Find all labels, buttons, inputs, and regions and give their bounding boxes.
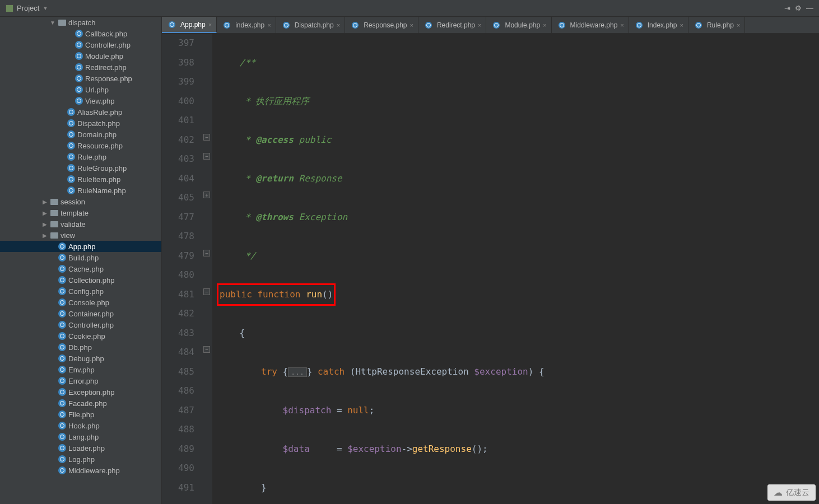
code-content[interactable]: /** * 执行应用程序 * @access public * @return … <box>212 34 687 504</box>
close-icon[interactable]: × <box>478 22 481 29</box>
file-item[interactable]: Domain.php <box>0 129 161 140</box>
hide-icon[interactable]: — <box>806 4 813 12</box>
file-item[interactable]: Controller.php <box>0 39 161 50</box>
fold-marker-icon[interactable]: − <box>203 288 210 295</box>
folder-session[interactable]: ▶ session <box>0 196 161 207</box>
file-item[interactable]: View.php <box>0 95 161 106</box>
file-label: Hook.php <box>68 422 100 430</box>
fold-ellipsis[interactable]: ... <box>288 367 306 377</box>
file-item[interactable]: Url.php <box>0 84 161 95</box>
file-label: Db.php <box>68 343 92 352</box>
file-item[interactable]: Db.php <box>0 342 161 353</box>
file-item[interactable]: Facade.php <box>0 398 161 409</box>
close-icon[interactable]: × <box>410 22 413 29</box>
close-icon[interactable]: × <box>737 22 740 29</box>
php-icon <box>58 466 66 474</box>
file-item[interactable]: Resource.php <box>0 140 161 151</box>
file-item[interactable]: Hook.php <box>0 420 161 431</box>
file-item[interactable]: AliasRule.php <box>0 106 161 118</box>
close-icon[interactable]: × <box>680 22 683 29</box>
file-item[interactable]: Middleware.php <box>0 465 161 476</box>
php-icon <box>58 410 66 418</box>
file-item[interactable]: Config.php <box>0 286 161 297</box>
php-icon <box>58 444 66 452</box>
folder-dispatch[interactable]: ▼ dispatch <box>0 17 161 28</box>
file-item[interactable]: Rule.php <box>0 151 161 162</box>
project-selector[interactable]: Project ▼ <box>0 0 53 16</box>
line-number: 403 <box>165 150 194 169</box>
file-item[interactable]: RuleName.php <box>0 185 161 196</box>
editor-tab[interactable]: Module.php × <box>486 17 551 33</box>
editor-tab[interactable]: Redirect.php × <box>418 17 486 33</box>
folder-template[interactable]: ▶ template <box>0 207 161 218</box>
file-label: Collection.php <box>68 276 114 284</box>
file-item[interactable]: Module.php <box>0 50 161 62</box>
editor-tab[interactable]: Dispatch.php × <box>276 17 345 33</box>
fold-marker-icon[interactable]: − <box>203 346 210 353</box>
file-item[interactable]: Lang.php <box>0 431 161 442</box>
file-item[interactable]: Exception.php <box>0 386 161 398</box>
file-item[interactable]: App.php <box>0 241 161 252</box>
folder-view[interactable]: ▶ view <box>0 230 161 241</box>
php-icon <box>58 366 66 374</box>
file-item[interactable]: Env.php <box>0 364 161 375</box>
file-item[interactable]: Cookie.php <box>0 330 161 342</box>
close-icon[interactable]: × <box>337 22 340 29</box>
file-item[interactable]: Error.php <box>0 375 161 386</box>
fold-expand-icon[interactable]: + <box>203 192 210 198</box>
close-icon[interactable]: × <box>208 21 212 28</box>
file-label: Log.php <box>68 455 95 464</box>
code-token: = <box>331 405 347 416</box>
editor-tab[interactable]: Response.php × <box>345 17 418 33</box>
editor-tab[interactable]: index.php × <box>217 17 276 33</box>
file-item[interactable]: Build.php <box>0 252 161 263</box>
file-item[interactable]: RuleItem.php <box>0 174 161 185</box>
file-item[interactable]: RuleGroup.php <box>0 162 161 174</box>
php-icon <box>224 22 230 29</box>
fold-marker-icon[interactable]: − <box>203 134 210 141</box>
editor-tab[interactable]: Middleware.php × <box>552 17 629 33</box>
folder-validate[interactable]: ▶ validate <box>0 218 161 230</box>
editor-tab[interactable]: Rule.php × <box>688 17 745 33</box>
editor-tab[interactable]: App.php × <box>162 17 217 33</box>
highlight-box: public function run() <box>217 283 336 306</box>
code-editor[interactable]: 3973983994004014024034044054774784794804… <box>162 34 819 504</box>
file-item[interactable]: Loader.php <box>0 442 161 454</box>
php-icon <box>67 119 75 127</box>
file-item[interactable]: Container.php <box>0 308 161 319</box>
file-label: Console.php <box>68 298 109 307</box>
file-item[interactable]: File.php <box>0 409 161 420</box>
file-item[interactable]: Cache.php <box>0 263 161 274</box>
collapse-icon[interactable]: ⇥ <box>784 4 790 12</box>
code-token: getResponse <box>412 444 472 454</box>
line-number: 490 <box>165 459 194 478</box>
folder-label: template <box>61 209 89 217</box>
folder-icon <box>58 20 66 26</box>
code-token: @return <box>255 173 293 184</box>
project-icon <box>6 4 13 12</box>
file-item[interactable]: Console.php <box>0 297 161 308</box>
file-item[interactable]: Response.php <box>0 73 161 84</box>
file-item[interactable]: Controller.php <box>0 319 161 330</box>
fold-marker-icon[interactable]: − <box>203 250 210 256</box>
file-item[interactable]: Dispatch.php <box>0 118 161 129</box>
close-icon[interactable]: × <box>543 22 546 29</box>
line-number: 401 <box>165 111 194 130</box>
fold-marker-icon[interactable]: − <box>203 153 210 160</box>
file-item[interactable]: Log.php <box>0 454 161 465</box>
php-icon <box>58 354 66 362</box>
chevron-right-icon: ▶ <box>41 221 48 227</box>
editor-tab[interactable]: Index.php × <box>629 17 688 33</box>
php-icon <box>75 86 83 94</box>
file-item[interactable]: Collection.php <box>0 274 161 286</box>
php-icon <box>67 175 75 183</box>
project-tree[interactable]: ▼ dispatch Callback.php Controller.php M… <box>0 17 162 504</box>
file-item[interactable]: Redirect.php <box>0 62 161 73</box>
file-item[interactable]: Debug.php <box>0 353 161 364</box>
file-item[interactable]: Callback.php <box>0 28 161 39</box>
file-label: View.php <box>85 97 115 105</box>
close-icon[interactable]: × <box>267 22 271 29</box>
close-icon[interactable]: × <box>620 22 623 29</box>
file-label: Resource.php <box>77 142 123 150</box>
settings-icon[interactable]: ⚙ <box>795 4 802 12</box>
